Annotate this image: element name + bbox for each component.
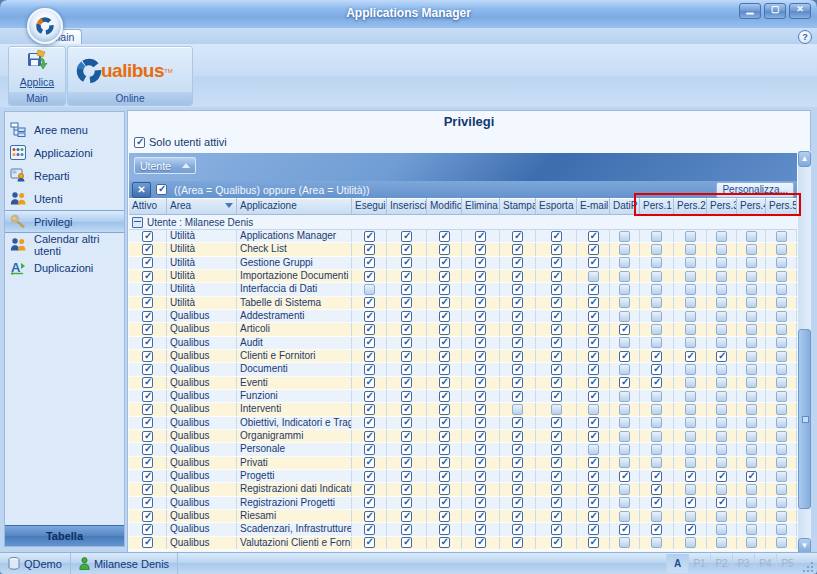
applica-button[interactable]: Applica xyxy=(12,49,62,91)
privilege-checkbox[interactable] xyxy=(619,364,630,375)
table-row[interactable]: QualibusRegistrazioni dati Indicatori xyxy=(129,483,797,496)
privilege-checkbox[interactable] xyxy=(364,431,375,442)
privilege-checkbox[interactable] xyxy=(512,377,523,388)
privilege-checkbox[interactable] xyxy=(364,471,375,482)
privilege-checkbox[interactable] xyxy=(364,324,375,335)
privilege-checkbox[interactable] xyxy=(685,297,696,308)
scrollbar-thumb[interactable] xyxy=(798,329,811,509)
privilege-checkbox[interactable] xyxy=(651,231,662,242)
privilege-checkbox[interactable] xyxy=(685,271,696,282)
privilege-checkbox[interactable] xyxy=(588,311,599,322)
privilege-checkbox[interactable] xyxy=(142,537,153,548)
privilege-checkbox[interactable] xyxy=(512,391,523,402)
privilege-checkbox[interactable] xyxy=(619,537,630,548)
privilege-checkbox[interactable] xyxy=(551,297,562,308)
privilege-checkbox[interactable] xyxy=(401,404,412,415)
privilege-checkbox[interactable] xyxy=(776,471,787,482)
privilege-checkbox[interactable] xyxy=(685,257,696,268)
privilege-checkbox[interactable] xyxy=(401,497,412,508)
privilege-checkbox[interactable] xyxy=(142,231,153,242)
privilege-checkbox[interactable] xyxy=(439,271,450,282)
privilege-checkbox[interactable] xyxy=(619,417,630,428)
privilege-checkbox[interactable] xyxy=(685,351,696,362)
privilege-checkbox[interactable] xyxy=(716,417,727,428)
privilege-checkbox[interactable] xyxy=(401,364,412,375)
table-row[interactable]: QualibusPersonale xyxy=(129,443,797,456)
privilege-checkbox[interactable] xyxy=(651,271,662,282)
privilege-checkbox[interactable] xyxy=(364,391,375,402)
privilege-checkbox[interactable] xyxy=(651,471,662,482)
privilege-checkbox[interactable] xyxy=(142,484,153,495)
privilege-checkbox[interactable] xyxy=(439,364,450,375)
privilege-checkbox[interactable] xyxy=(651,284,662,295)
privilege-checkbox[interactable] xyxy=(475,404,486,415)
privilege-checkbox[interactable] xyxy=(364,231,375,242)
table-row[interactable]: QualibusArticoli xyxy=(129,323,797,336)
privilege-checkbox[interactable] xyxy=(685,497,696,508)
privilege-checkbox[interactable] xyxy=(439,324,450,335)
privilege-checkbox[interactable] xyxy=(588,444,599,455)
privilege-checkbox[interactable] xyxy=(364,484,375,495)
privilege-checkbox[interactable] xyxy=(619,457,630,468)
minimize-button[interactable]: ▁ xyxy=(739,3,761,19)
privilege-checkbox[interactable] xyxy=(364,444,375,455)
privilege-checkbox[interactable] xyxy=(512,244,523,255)
privilege-checkbox[interactable] xyxy=(651,444,662,455)
privilege-checkbox[interactable] xyxy=(651,324,662,335)
privilege-checkbox[interactable] xyxy=(364,524,375,535)
privilege-checkbox[interactable] xyxy=(475,231,486,242)
privilege-checkbox[interactable] xyxy=(746,257,757,268)
privilege-checkbox[interactable] xyxy=(716,364,727,375)
privilege-checkbox[interactable] xyxy=(746,511,757,522)
privilege-checkbox[interactable] xyxy=(512,271,523,282)
privilege-checkbox[interactable] xyxy=(776,284,787,295)
privilege-checkbox[interactable] xyxy=(142,457,153,468)
privilege-checkbox[interactable] xyxy=(651,404,662,415)
privilege-checkbox[interactable] xyxy=(512,484,523,495)
privilege-checkbox[interactable] xyxy=(651,257,662,268)
privilege-checkbox[interactable] xyxy=(364,511,375,522)
privilege-checkbox[interactable] xyxy=(776,311,787,322)
privilege-checkbox[interactable] xyxy=(401,231,412,242)
privilege-checkbox[interactable] xyxy=(475,271,486,282)
privilege-checkbox[interactable] xyxy=(475,284,486,295)
privilege-checkbox[interactable] xyxy=(685,364,696,375)
privilege-checkbox[interactable] xyxy=(746,284,757,295)
privilege-checkbox[interactable] xyxy=(685,444,696,455)
privilege-checkbox[interactable] xyxy=(551,484,562,495)
privilege-checkbox[interactable] xyxy=(401,377,412,388)
table-row[interactable]: QualibusEventi xyxy=(129,377,797,390)
column-header-pers-5[interactable]: Pers.5 xyxy=(766,198,797,214)
privilege-checkbox[interactable] xyxy=(746,377,757,388)
privilege-checkbox[interactable] xyxy=(512,404,523,415)
filter-funnel-icon[interactable] xyxy=(225,203,233,208)
privilege-checkbox[interactable] xyxy=(512,457,523,468)
privilege-checkbox[interactable] xyxy=(588,431,599,442)
table-row[interactable]: UtilitàImportazione Documenti xyxy=(129,270,797,283)
application-menu-button[interactable] xyxy=(27,8,63,44)
sidebar-item-aree-menu[interactable]: Aree menu xyxy=(5,118,124,141)
table-row[interactable]: QualibusScadenzari, Infrastrutture e Str… xyxy=(129,523,797,536)
privilege-checkbox[interactable] xyxy=(439,537,450,548)
privilege-checkbox[interactable] xyxy=(475,497,486,508)
column-header-datip[interactable]: DatiP xyxy=(610,198,640,214)
column-header-applicazione[interactable]: Applicazione xyxy=(237,198,352,214)
privilege-checkbox[interactable] xyxy=(439,524,450,535)
privilege-checkbox[interactable] xyxy=(475,324,486,335)
privilege-checkbox[interactable] xyxy=(746,244,757,255)
privilege-checkbox[interactable] xyxy=(439,484,450,495)
privilege-checkbox[interactable] xyxy=(475,431,486,442)
user-status-item[interactable]: Milanese Denis xyxy=(71,553,178,574)
privilege-checkbox[interactable] xyxy=(142,404,153,415)
table-row[interactable]: UtilitàInterfaccia di Dati xyxy=(129,283,797,296)
privilege-checkbox[interactable] xyxy=(716,324,727,335)
privilege-checkbox[interactable] xyxy=(776,377,787,388)
privilege-checkbox[interactable] xyxy=(716,244,727,255)
privilege-checkbox[interactable] xyxy=(746,484,757,495)
privilege-checkbox[interactable] xyxy=(716,351,727,362)
privilege-checkbox[interactable] xyxy=(401,471,412,482)
privilege-checkbox[interactable] xyxy=(401,284,412,295)
privilege-checkbox[interactable] xyxy=(364,377,375,388)
privilege-checkbox[interactable] xyxy=(142,391,153,402)
privilege-checkbox[interactable] xyxy=(716,391,727,402)
